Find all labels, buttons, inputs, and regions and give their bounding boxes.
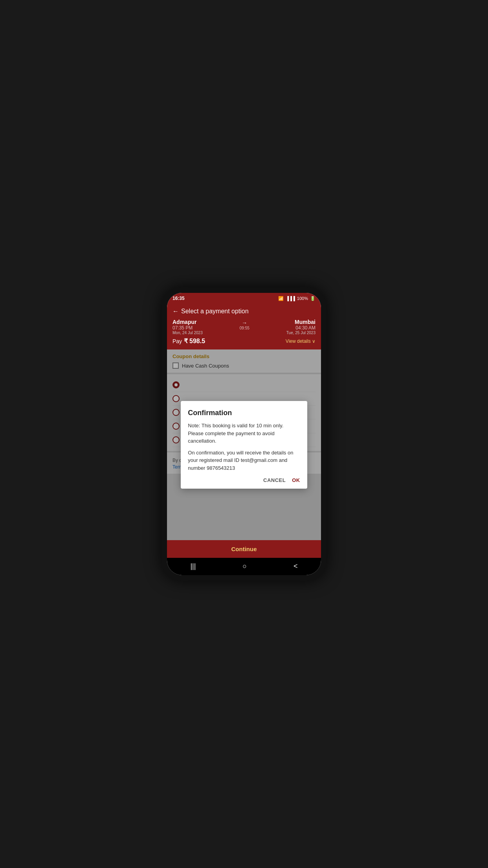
origin-col: Admapur 07:35 PM Mon, 24 Jul 2023 bbox=[172, 319, 203, 335]
view-details-button[interactable]: View details ∨ bbox=[286, 338, 316, 344]
status-time: 16:35 bbox=[172, 296, 185, 301]
back-arrow-icon[interactable]: ← bbox=[172, 308, 179, 315]
dest-city: Mumbai bbox=[286, 319, 316, 325]
dialog-actions: CANCEL OK bbox=[188, 477, 300, 483]
dialog-note: Note: This booking is valid for 10 min o… bbox=[188, 422, 300, 445]
app-header: ← Select a payment option Admapur 07:35 … bbox=[167, 304, 321, 349]
dialog-overlay: Confirmation Note: This booking is valid… bbox=[167, 349, 321, 540]
status-icons: 📶 ▐▐▐ 100% 🔋 bbox=[278, 296, 316, 301]
phone-frame: 16:35 📶 ▐▐▐ 100% 🔋 ← Select a payment op… bbox=[161, 287, 327, 581]
origin-city: Admapur bbox=[172, 319, 203, 325]
nav-back-icon[interactable]: < bbox=[294, 562, 298, 570]
nav-menu-icon[interactable]: ||| bbox=[190, 562, 196, 570]
dest-date: Tue, 25 Jul 2023 bbox=[286, 331, 316, 335]
dest-col: Mumbai 04:30 AM Tue, 25 Jul 2023 bbox=[286, 319, 316, 335]
origin-date: Mon, 24 Jul 2023 bbox=[172, 331, 203, 335]
nav-home-icon[interactable]: ○ bbox=[242, 562, 247, 570]
pay-row: Pay ₹ 598.5 View details ∨ bbox=[172, 337, 316, 345]
battery-level: 100% bbox=[297, 296, 308, 301]
cancel-button[interactable]: CANCEL bbox=[263, 477, 286, 483]
signal-icon: ▐▐▐ bbox=[286, 296, 295, 301]
dialog-body: Note: This booking is valid for 10 min o… bbox=[188, 422, 300, 472]
dest-time: 04:30 AM bbox=[286, 325, 316, 331]
ok-button[interactable]: OK bbox=[292, 477, 300, 483]
main-content: Coupon details Have Cash Coupons bbox=[167, 349, 321, 540]
status-bar: 16:35 📶 ▐▐▐ 100% 🔋 bbox=[167, 293, 321, 304]
pay-label: Pay bbox=[172, 338, 182, 344]
duration: 09:55 bbox=[203, 326, 286, 330]
back-nav[interactable]: ← Select a payment option bbox=[172, 308, 316, 315]
battery-icon: 🔋 bbox=[310, 296, 316, 301]
bottom-nav: ||| ○ < bbox=[167, 558, 321, 575]
center-col: → 09:55 bbox=[203, 319, 286, 330]
journey-row: Admapur 07:35 PM Mon, 24 Jul 2023 → 09:5… bbox=[172, 319, 316, 335]
dialog-title: Confirmation bbox=[188, 409, 300, 417]
pay-section: Pay ₹ 598.5 bbox=[172, 337, 205, 345]
screen: 16:35 📶 ▐▐▐ 100% 🔋 ← Select a payment op… bbox=[167, 293, 321, 575]
route-arrow-icon: → bbox=[203, 320, 286, 326]
pay-amount: ₹ 598.5 bbox=[184, 338, 205, 344]
confirmation-dialog: Confirmation Note: This booking is valid… bbox=[181, 401, 307, 489]
wifi-icon: 📶 bbox=[278, 296, 284, 301]
continue-button[interactable]: Continue bbox=[167, 540, 321, 558]
origin-time: 07:35 PM bbox=[172, 325, 203, 331]
header-title: Select a payment option bbox=[181, 308, 249, 315]
dialog-confirmation: On confirmation, you will receive the de… bbox=[188, 449, 300, 472]
